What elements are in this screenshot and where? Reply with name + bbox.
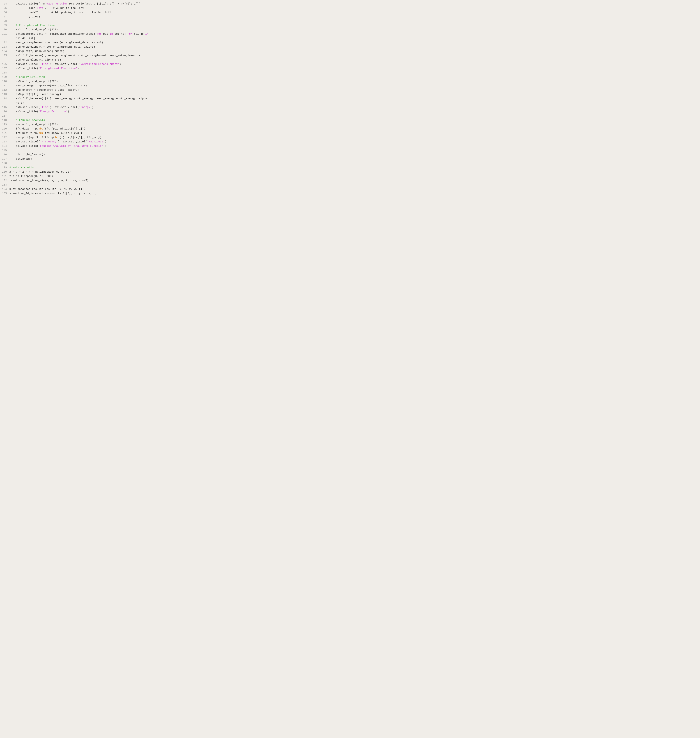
code-line: 103 std_entanglement = sem(entanglement_… [0, 45, 700, 49]
line-content: ax3.plot(t[1:], mean_energy) [9, 92, 700, 97]
line-content: mean_entanglement = np.mean(entanglement… [9, 41, 700, 45]
line-number: 113 [0, 92, 9, 97]
code-line: 124 ax4.set_title('Fourier Analysis of F… [0, 144, 700, 148]
code-line: 117 [0, 114, 700, 118]
line-number: 102 [0, 41, 9, 45]
line-number: 134 [0, 187, 9, 191]
line-content: t = np.linspace(0, 10, 200) [9, 174, 700, 178]
line-number: 128 [0, 161, 9, 166]
line-content: ax3.set_xlabel('Time'), ax3.set_ylabel('… [9, 105, 700, 109]
line-content [9, 183, 700, 187]
line-content: entanglement_data = [[calculate_entangle… [9, 32, 700, 36]
line-content: y=1.05) [9, 15, 700, 19]
code-line: 135visualize_4d_interactive(results[0][0… [0, 191, 700, 196]
code-line: 96 pad=20, # Add padding to move it furt… [0, 10, 700, 15]
line-number: 115 [0, 105, 9, 109]
code-line: 134plot_enhanced_results(results, x, y, … [0, 187, 700, 191]
code-line: 115 ax3.set_xlabel('Time'), ax3.set_ylab… [0, 105, 700, 110]
line-number: 124 [0, 144, 9, 148]
code-line: 106 ax2.set_xlabel('Time'), ax2.set_ylab… [0, 62, 700, 66]
line-number: 107 [0, 66, 9, 70]
line-content: visualize_4d_interactive(results[0][0], … [9, 191, 700, 195]
line-number: 132 [0, 179, 9, 183]
line-content: std_entanglement = sem(entanglement_data… [9, 45, 700, 49]
code-line: 119 ax4 = fig.add_subplot(224) [0, 122, 700, 127]
line-number: 123 [0, 140, 9, 144]
code-line: 111 mean_energy = np.mean(energy_t_list,… [0, 84, 700, 88]
line-content: # Energy Evolution [9, 75, 700, 79]
line-content: ax1.set_title(f'4D Wave Function Project… [9, 2, 700, 6]
line-number: 118 [0, 118, 9, 122]
line-number: 135 [0, 191, 9, 195]
code-line: 131t = np.linspace(0, 10, 200) [0, 174, 700, 179]
line-content [9, 71, 700, 75]
code-line: 98 [0, 19, 700, 23]
line-content: fft_data = np.abs(fftn(psi_4d_list[0][-1… [9, 127, 700, 131]
code-line: 94 ax1.set_title(f'4D Wave Function Proj… [0, 2, 700, 6]
line-number: 110 [0, 79, 9, 84]
line-content: ax4.plot(np.fft.fftfreq(len(x), x[1]-x[0… [9, 135, 700, 139]
line-content: ax2 = fig.add_subplot(222) [9, 28, 700, 32]
line-number: 114 [0, 97, 9, 101]
line-number: 96 [0, 10, 9, 15]
line-number: 129 [0, 166, 9, 170]
line-number: 116 [0, 110, 9, 114]
code-line: 108 [0, 71, 700, 75]
code-line: 104 ax2.plot(t, mean_entanglement) [0, 49, 700, 54]
code-line: 123 ax4.set_xlabel('Frequency'), ax4.set… [0, 140, 700, 144]
code-line: 132results = run_htum_sim(x, y, z, w, t,… [0, 179, 700, 183]
line-number: 130 [0, 170, 9, 174]
line-number: 104 [0, 49, 9, 53]
line-content: ax4.set_title('Fourier Analysis of Final… [9, 144, 700, 148]
line-content: std_entanglement, alpha=0.3) [9, 58, 700, 62]
line-content: # Main execution [9, 166, 700, 170]
code-line: 120 fft_data = np.abs(fftn(psi_4d_list[0… [0, 127, 700, 131]
line-content: ax3.set_title('Energy Evolution') [9, 110, 700, 114]
code-line: 130x = y = z = w = np.linspace(-5, 5, 20… [0, 170, 700, 174]
code-line: 112 std_energy = sem(energy_t_list, axis… [0, 88, 700, 92]
code-line: 105 ax2.fill_between(t, mean_entanglemen… [0, 54, 700, 58]
line-content: plot_enhanced_results(results, x, y, z, … [9, 187, 700, 191]
line-content [9, 114, 700, 118]
line-number: 108 [0, 71, 9, 75]
line-number: 97 [0, 15, 9, 19]
code-line: std_entanglement, alpha=0.3) [0, 58, 700, 62]
line-content: pad=20, # Add padding to move it further… [9, 10, 700, 15]
code-line: 99 # Entanglement Evolution [0, 23, 700, 28]
line-number: 111 [0, 84, 9, 88]
line-content [9, 19, 700, 23]
line-content [9, 161, 700, 166]
line-content: std_energy = sem(energy_t_list, axis=0) [9, 88, 700, 92]
line-content: plt.show() [9, 157, 700, 161]
code-line: 116 ax3.set_title('Energy Evolution') [0, 110, 700, 114]
code-line: 133 [0, 183, 700, 187]
code-line: 125 [0, 148, 700, 153]
line-number: 101 [0, 32, 9, 36]
line-content: loc='left', # Align to the left [9, 6, 700, 10]
line-content [9, 148, 700, 153]
line-content: ax2.plot(t, mean_entanglement) [9, 49, 700, 53]
line-number: 112 [0, 88, 9, 92]
line-number: 98 [0, 19, 9, 23]
line-number: 131 [0, 174, 9, 178]
line-number: 109 [0, 75, 9, 79]
line-content: # Entanglement Evolution [9, 23, 700, 28]
line-number: 127 [0, 157, 9, 161]
line-content: ax2.set_xlabel('Time'), ax2.set_ylabel('… [9, 62, 700, 66]
line-content: mean_energy = np.mean(energy_t_list, axi… [9, 84, 700, 88]
line-number: 94 [0, 2, 9, 6]
line-content: plt.tight_layout() [9, 153, 700, 157]
code-line: 113 ax3.plot(t[1:], mean_energy) [0, 92, 700, 97]
code-line: 121 fft_proj = np.sum(fft_data, axis=(1,… [0, 131, 700, 135]
line-content: ax3 = fig.add_subplot(223) [9, 79, 700, 84]
line-content: =0.3) [9, 101, 700, 105]
code-line: 126 plt.tight_layout() [0, 153, 700, 157]
code-line: 95 loc='left', # Align to the left [0, 6, 700, 10]
line-number: 99 [0, 23, 9, 28]
line-number: 95 [0, 6, 9, 10]
line-content: ax4.set_xlabel('Frequency'), ax4.set_yla… [9, 140, 700, 144]
code-line: 114 ax3.fill_between(t[1:], mean_energy … [0, 97, 700, 101]
code-line: 128 [0, 161, 700, 166]
line-content: psi_4d_list] [9, 36, 700, 40]
code-line: 97 y=1.05) [0, 15, 700, 19]
